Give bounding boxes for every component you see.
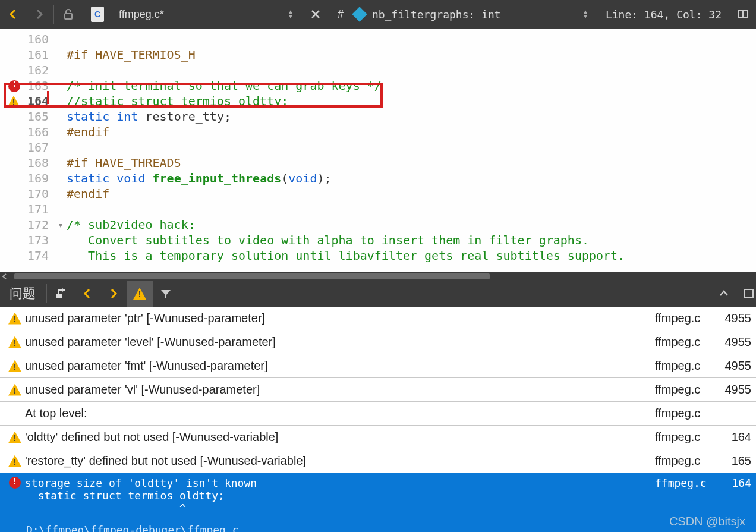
code-line[interactable]: static int restore_tty; <box>67 109 756 125</box>
line-number: 164 <box>23 94 55 109</box>
close-icon[interactable] <box>303 0 329 29</box>
problem-line: 164 <box>720 477 756 489</box>
code-line[interactable]: /* init terminal so that we can grab key… <box>67 78 756 94</box>
problem-message: storage size of 'oldtty' isn't known sta… <box>24 477 655 514</box>
problem-row[interactable]: unused parameter 'vl' [-Wunused-paramete… <box>0 378 756 402</box>
collapse-panel-button[interactable] <box>711 281 737 307</box>
warning-icon <box>8 313 21 325</box>
separator <box>301 5 301 24</box>
nav-forward-button[interactable] <box>26 0 52 29</box>
line-number: 169 <box>23 171 55 187</box>
fold-column: ▾ <box>55 29 67 272</box>
problem-row-selected[interactable]: storage size of 'oldtty' isn't known sta… <box>0 473 756 521</box>
separator <box>330 5 330 24</box>
editor-toolbar: C ffmpeg.c* ▲▼ # nb_filtergraphs: int ▲▼… <box>0 0 756 29</box>
code-line[interactable]: #if HAVE_TERMIOS_H <box>67 48 756 63</box>
next-issue-button[interactable] <box>100 281 127 307</box>
problem-line: 4955 <box>720 383 756 396</box>
code-line[interactable] <box>67 140 756 156</box>
problem-filepath: D:\ffmpeg\ffmpeg-debuger\ffmpeg.c <box>0 521 756 532</box>
line-number-column: 1601611621631641651661671681691701711721… <box>23 29 55 272</box>
line-number: 166 <box>23 125 55 140</box>
problem-row[interactable]: unused parameter 'ptr' [-Wunused-paramet… <box>0 307 756 330</box>
annotation-cursor-marker <box>47 91 49 104</box>
separator <box>46 284 47 303</box>
code-line[interactable] <box>67 32 756 48</box>
line-number: 168 <box>23 156 55 171</box>
line-number: 160 <box>23 32 55 48</box>
code-line[interactable] <box>67 63 756 78</box>
problem-message: unused parameter 'vl' [-Wunused-paramete… <box>24 383 655 396</box>
prev-issue-button[interactable] <box>74 281 100 307</box>
problem-line: 4955 <box>720 359 756 373</box>
line-number: 174 <box>23 248 55 264</box>
line-number: 165 <box>23 109 55 125</box>
code-line[interactable] <box>67 202 756 218</box>
editor-horizontal-scrollbar[interactable] <box>0 272 756 281</box>
error-icon <box>9 477 21 489</box>
lock-icon[interactable] <box>55 0 81 29</box>
gutter-marks-column <box>0 29 23 272</box>
problem-file: ffmpeg.c <box>655 311 720 325</box>
separator <box>83 5 83 24</box>
filter-warnings-button[interactable] <box>127 281 153 307</box>
warning-icon <box>8 384 21 396</box>
code-line[interactable]: #if HAVE_THREADS <box>67 156 756 171</box>
symbol-spinner[interactable]: ▲▼ <box>580 10 591 19</box>
problem-file: ffmpeg.c <box>655 407 720 420</box>
code-line[interactable]: Convert subtitles to video with alpha to… <box>67 233 756 248</box>
code-line[interactable]: #endif <box>67 187 756 202</box>
diamond-icon <box>352 7 367 21</box>
code-line[interactable]: /* sub2video hack: <box>67 218 756 233</box>
symbol-navigator[interactable]: nb_filtergraphs: int <box>354 4 580 24</box>
code-line[interactable]: static void free_input_threads(void); <box>67 171 756 187</box>
problem-message: unused parameter 'fmt' [-Wunused-paramet… <box>24 359 655 373</box>
filename-text: ffmpeg.c* <box>119 8 164 21</box>
warning-icon <box>8 336 21 348</box>
problem-file: ffmpeg.c <box>655 454 720 468</box>
line-number: 170 <box>23 187 55 202</box>
watermark-text: CSDN @bitsjx <box>669 515 745 528</box>
file-spinner[interactable]: ▲▼ <box>285 10 296 19</box>
problem-row[interactable]: 'oldtty' defined but not used [-Wunused-… <box>0 426 756 449</box>
problem-row[interactable]: unused parameter 'fmt' [-Wunused-paramet… <box>0 354 756 378</box>
panel-options-icon[interactable] <box>742 281 756 307</box>
warning-icon <box>8 455 21 467</box>
warning-icon <box>8 432 21 443</box>
file-type-icon: C <box>84 0 111 29</box>
warning-icon <box>133 288 146 300</box>
line-number: 173 <box>23 233 55 248</box>
problem-message: At top level: <box>24 407 655 420</box>
problem-message: 'restore_tty' defined but not used [-Wun… <box>24 454 655 468</box>
problems-tab-title[interactable]: 问题 <box>0 285 45 303</box>
problem-line: 165 <box>720 454 756 468</box>
cursor-position: Line: 164, Col: 32 <box>597 8 730 21</box>
problem-row[interactable]: 'restore_tty' defined but not used [-Wun… <box>0 449 756 473</box>
error-icon <box>8 80 20 92</box>
code-editor[interactable]: 1601611621631641651661671681691701711721… <box>0 29 756 272</box>
svg-rect-6 <box>745 289 753 298</box>
filter-icon[interactable] <box>153 281 179 307</box>
split-view-icon[interactable] <box>730 0 756 29</box>
filename-field[interactable]: ffmpeg.c* <box>116 4 279 24</box>
problem-line: 4955 <box>720 335 756 349</box>
problem-message: 'oldtty' defined but not used [-Wunused-… <box>24 430 655 444</box>
code-content[interactable]: #if HAVE_TERMIOS_H/* init terminal so th… <box>67 29 756 272</box>
problem-row[interactable]: At top level:ffmpeg.c <box>0 402 756 426</box>
problem-message: unused parameter 'level' [-Wunused-param… <box>24 335 655 349</box>
svg-rect-0 <box>65 14 72 19</box>
nav-back-button[interactable] <box>0 0 26 29</box>
line-number: 163 <box>23 78 55 94</box>
line-number: 162 <box>23 63 55 78</box>
code-line[interactable]: //static struct termios oldtty; <box>67 94 756 109</box>
fold-toggle-icon[interactable]: ▾ <box>55 218 67 233</box>
goto-source-icon[interactable] <box>48 281 74 307</box>
problem-message: unused parameter 'ptr' [-Wunused-paramet… <box>24 311 655 325</box>
code-line[interactable]: #endif <box>67 125 756 140</box>
problem-file: ffmpeg.c <box>655 335 720 349</box>
scrollbar-thumb[interactable] <box>14 273 490 279</box>
warning-icon <box>7 96 20 108</box>
problem-row[interactable]: unused parameter 'level' [-Wunused-param… <box>0 330 756 354</box>
code-line[interactable]: This is a temporary solution until libav… <box>67 248 756 264</box>
problem-line: 4955 <box>720 311 756 325</box>
